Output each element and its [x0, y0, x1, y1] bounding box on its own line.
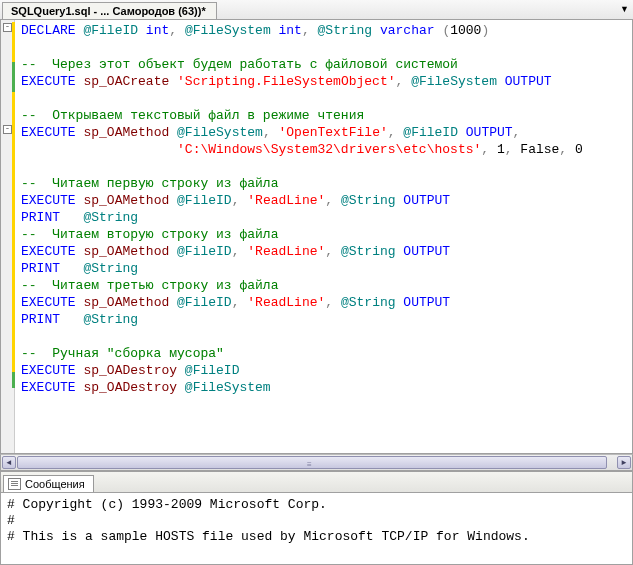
comment: -- Читаем третью строку из файла — [21, 278, 278, 293]
variable: @FileSystem — [185, 23, 271, 38]
gutter: - - — [1, 20, 15, 453]
tab-dropdown-icon[interactable]: ▼ — [620, 4, 629, 14]
comment: -- Читаем первую строку из файла — [21, 176, 278, 191]
fold-icon[interactable]: - — [3, 23, 12, 32]
change-marker — [12, 62, 15, 92]
keyword: DECLARE — [21, 23, 76, 38]
comment: -- Через этот объект будем работать с фа… — [21, 57, 458, 72]
keyword: EXECUTE — [21, 74, 76, 89]
comment: -- Читаем вторую строку из файла — [21, 227, 278, 242]
comment: -- Ручная "сборка мусора" — [21, 346, 224, 361]
string: 'C:\Windows\System32\drivers\etc\hosts' — [177, 142, 481, 157]
file-tab-title: SQLQuery1.sql - ... Самородов (63))* — [11, 5, 206, 17]
code-area[interactable]: DECLARE @FileID int, @FileSystem int, @S… — [15, 20, 632, 453]
code-editor[interactable]: - - DECLARE @FileID int, @FileSystem int… — [0, 20, 633, 454]
scroll-right-icon[interactable]: ► — [617, 456, 631, 469]
messages-tab-label: Сообщения — [25, 478, 85, 490]
output-line: # — [7, 513, 626, 529]
scrollbar-thumb[interactable]: ≡ — [17, 456, 607, 469]
type: varchar — [380, 23, 435, 38]
file-tab-bar: SQLQuery1.sql - ... Самородов (63))* ▼ — [0, 0, 633, 20]
messages-icon — [8, 478, 21, 490]
change-marker — [12, 22, 15, 62]
comment: -- Открываем текстовый файл в режиме чте… — [21, 108, 364, 123]
file-tab[interactable]: SQLQuery1.sql - ... Самородов (63))* — [2, 2, 217, 19]
scroll-left-icon[interactable]: ◄ — [2, 456, 16, 469]
messages-output[interactable]: # Copyright (c) 1993-2009 Microsoft Corp… — [0, 493, 633, 565]
variable: @FileID — [83, 23, 138, 38]
proc-name: sp_OAMethod — [83, 125, 169, 140]
results-tab-bar: Сообщения — [0, 471, 633, 493]
messages-tab[interactable]: Сообщения — [3, 475, 94, 492]
change-marker — [12, 372, 15, 388]
output-line: # This is a sample HOSTS file used by Mi… — [7, 529, 626, 545]
string: 'Scripting.FileSystemObject' — [177, 74, 395, 89]
variable: @String — [318, 23, 373, 38]
type: int — [146, 23, 169, 38]
change-marker — [12, 92, 15, 388]
fold-icon[interactable]: - — [3, 125, 12, 134]
horizontal-scrollbar[interactable]: ◄ ≡ ► — [0, 454, 633, 471]
proc-name: sp_OACreate — [83, 74, 169, 89]
variable: @FileSystem — [411, 74, 497, 89]
keyword: EXECUTE — [21, 125, 76, 140]
output-line: # Copyright (c) 1993-2009 Microsoft Corp… — [7, 497, 626, 513]
type: int — [279, 23, 302, 38]
